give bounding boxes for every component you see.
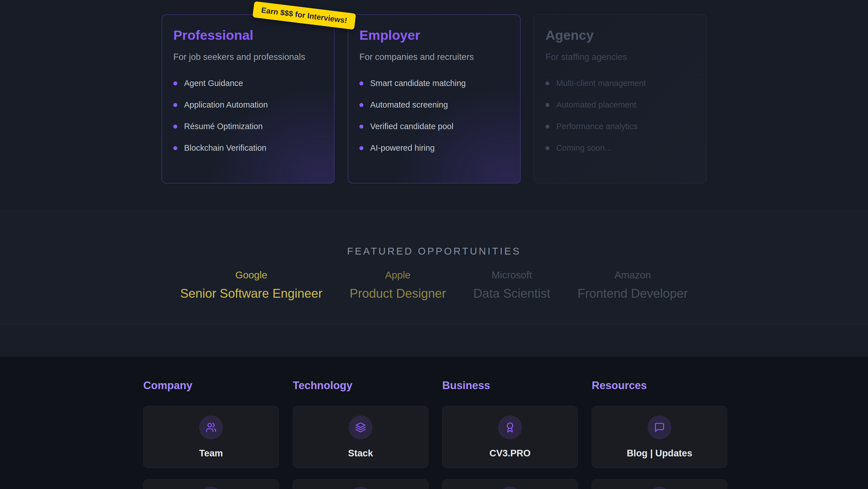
footer-column-heading: Resources [592, 379, 727, 392]
bullet-dot-icon [360, 103, 363, 107]
plan-description: For staffing agencies [546, 52, 695, 62]
job-company: Apple [350, 269, 446, 281]
footer-column-technology: Technology Stack [293, 379, 428, 489]
plan-feature: Résumé Optimization [173, 122, 323, 131]
plan-title: Employer [360, 27, 509, 43]
featured-heading: FEATURED OPPORTUNITIES [0, 211, 868, 257]
footer-column-resources: Resources Blog | Updates [592, 379, 727, 489]
plan-feature: Automated screening [360, 100, 509, 110]
icon-badge [498, 415, 522, 439]
plan-feature-label: Performance analytics [556, 122, 638, 131]
job-company: Microsoft [473, 269, 550, 281]
bullet-dot-icon [173, 103, 177, 107]
icon-badge [498, 487, 522, 489]
users-icon [206, 422, 216, 433]
footer-card-team[interactable]: Team [143, 406, 279, 468]
plan-feature-list: Agent Guidance Application Automation Ré… [173, 79, 323, 153]
pricing-row: Professional For job seekers and profess… [162, 15, 707, 183]
job-title: Frontend Developer [578, 286, 688, 300]
bullet-dot-icon [360, 146, 363, 150]
plan-feature-label: Blockchain Verification [184, 143, 266, 153]
bullet-dot-icon [173, 124, 177, 128]
bullet-dot-icon [360, 82, 363, 85]
featured-job-microsoft[interactable]: Microsoft Data Scientist [473, 269, 550, 300]
plan-feature: Application Automation [173, 100, 323, 110]
plan-feature-label: Automated placement [556, 100, 636, 110]
footer-card-label: Blog | Updates [627, 448, 692, 459]
job-title: Senior Software Engineer [180, 286, 322, 300]
plan-feature-list: Smart candidate matching Automated scree… [360, 79, 509, 153]
footer-card-partial[interactable] [442, 479, 578, 489]
plan-card-professional[interactable]: Professional For job seekers and profess… [162, 15, 335, 183]
plan-feature-label: Multi-client management [556, 79, 646, 88]
plan-description: For job seekers and professionals [173, 52, 323, 62]
spacer-band [0, 324, 868, 357]
plan-feature-label: Verified candidate pool [370, 122, 453, 131]
bullet-dot-icon [546, 103, 550, 107]
plan-card-agency: Agency For staffing agencies Multi-clien… [534, 15, 707, 183]
featured-jobs-row: Google Senior Software Engineer Apple Pr… [0, 269, 868, 300]
featured-job-apple[interactable]: Apple Product Designer [350, 269, 446, 300]
footer-section: Company Team Technology [0, 357, 868, 489]
footer-card-partial[interactable] [143, 479, 279, 489]
footer-card-blog[interactable]: Blog | Updates [592, 406, 727, 468]
footer-column-heading: Company [143, 379, 279, 392]
pricing-section: Earn $$$ for Interviews! Professional Fo… [0, 0, 868, 211]
bullet-dot-icon [173, 82, 177, 85]
featured-opportunities-section: FEATURED OPPORTUNITIES Google Senior Sof… [0, 211, 868, 324]
footer-card-cv3pro[interactable]: CV3.PRO [442, 406, 578, 468]
job-company: Amazon [578, 269, 688, 281]
plan-feature: Smart candidate matching [360, 79, 509, 88]
footer-card-label: CV3.PRO [490, 448, 531, 459]
plan-feature-label: Automated screening [370, 100, 448, 110]
plan-feature: Agent Guidance [173, 79, 323, 88]
layers-icon [355, 422, 366, 433]
footer-card-label: Stack [348, 448, 373, 459]
plan-card-employer[interactable]: Employer For companies and recruiters Sm… [348, 15, 521, 183]
plan-feature-label: Coming soon... [556, 143, 612, 153]
featured-job-amazon[interactable]: Amazon Frontend Developer [578, 269, 688, 300]
plan-feature: AI-powered hiring [360, 143, 509, 153]
bullet-dot-icon [546, 124, 550, 128]
plan-feature: Verified candidate pool [360, 122, 509, 131]
icon-badge [349, 487, 372, 489]
job-title: Product Designer [350, 286, 446, 300]
plan-title: Agency [546, 27, 695, 43]
bullet-dot-icon [546, 82, 550, 85]
award-icon [505, 422, 516, 433]
footer-card-label: Team [199, 448, 223, 459]
plan-feature-label: Smart candidate matching [370, 79, 466, 88]
bullet-dot-icon [173, 146, 177, 150]
plan-feature: Automated placement [546, 100, 695, 110]
icon-badge [199, 487, 223, 489]
plan-feature: Performance analytics [546, 122, 695, 131]
bullet-dot-icon [546, 146, 550, 150]
plan-description: For companies and recruiters [360, 52, 509, 62]
job-title: Data Scientist [473, 286, 550, 300]
plan-title: Professional [173, 27, 323, 43]
plan-feature: Blockchain Verification [173, 143, 323, 153]
job-company: Google [180, 269, 322, 281]
footer-column-heading: Business [442, 379, 578, 392]
icon-badge [199, 415, 223, 439]
bullet-dot-icon [360, 124, 363, 128]
message-square-icon [654, 422, 665, 433]
footer-grid: Company Team Technology [143, 379, 727, 489]
plan-feature-label: Agent Guidance [184, 79, 243, 88]
plan-feature-list: Multi-client management Automated placem… [546, 79, 695, 153]
plan-feature-label: AI-powered hiring [370, 143, 435, 153]
footer-card-partial[interactable] [592, 479, 727, 489]
footer-column-business: Business CV3.PRO [442, 379, 578, 489]
plan-feature-label: Résumé Optimization [184, 122, 263, 131]
footer-card-stack[interactable]: Stack [293, 406, 428, 468]
icon-badge [648, 487, 672, 489]
icon-badge [349, 415, 372, 439]
featured-job-google[interactable]: Google Senior Software Engineer [180, 269, 322, 300]
footer-column-company: Company Team [143, 379, 279, 489]
footer-column-heading: Technology [293, 379, 428, 392]
footer-card-partial[interactable] [293, 479, 428, 489]
plan-feature: Coming soon... [546, 143, 695, 153]
plan-feature: Multi-client management [546, 79, 695, 88]
plan-feature-label: Application Automation [184, 100, 268, 110]
icon-badge [648, 415, 672, 439]
